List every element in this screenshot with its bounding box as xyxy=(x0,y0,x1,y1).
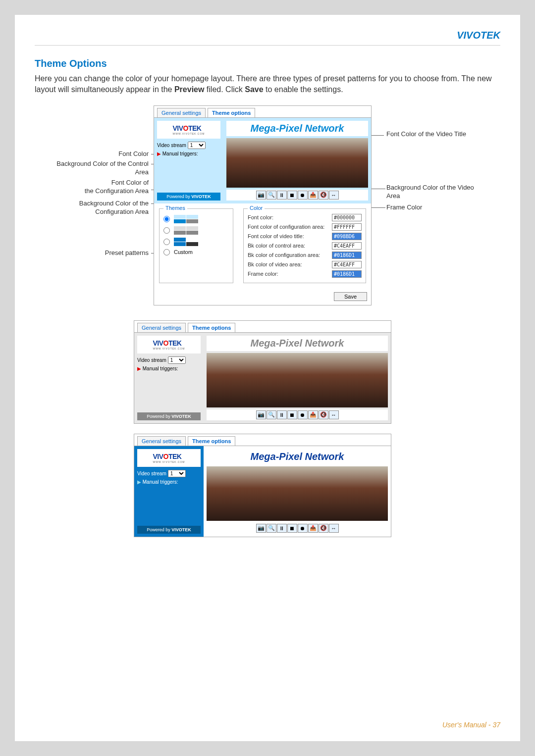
tb-mute-icon[interactable]: 🔇 xyxy=(319,524,328,533)
section-title: Theme Options xyxy=(35,58,500,69)
body-text-post: to enable the settings. xyxy=(264,85,343,94)
color-value[interactable]: #C4EAFF xyxy=(332,261,362,268)
color-label: Bk color of configuration area: xyxy=(248,252,320,258)
color-row-2: Font color of video title:#098BD6 xyxy=(248,233,362,240)
color-box-title: Color xyxy=(248,205,265,211)
manual-triggers[interactable]: ▶ Manual triggers: xyxy=(157,151,220,156)
tb-snapshot-icon[interactable]: 📷 xyxy=(256,410,266,419)
video-stream-select[interactable]: 1 xyxy=(168,470,186,477)
video-stream-control: Video stream 1 xyxy=(157,142,220,149)
video-stream-label: Video stream xyxy=(137,357,166,363)
theme-radio-custom[interactable] xyxy=(163,249,170,255)
tb-upload-icon[interactable]: 📤 xyxy=(308,410,318,419)
callout-bg-video: Background Color of the Video Area xyxy=(386,184,481,201)
color-value[interactable]: #098BD6 xyxy=(332,233,362,240)
logo-part2: O xyxy=(183,124,188,132)
preview-example-2: General settings Theme options VIVOTEK W… xyxy=(134,320,391,424)
manual-triggers-label: Manual triggers: xyxy=(162,151,198,156)
manual-triggers[interactable]: ▶ Manual triggers: xyxy=(137,366,201,371)
manual-triggers[interactable]: ▶ Manual triggers: xyxy=(137,479,201,485)
theme-option-2[interactable] xyxy=(163,226,229,235)
tb-mute-icon[interactable]: 🔇 xyxy=(319,410,328,419)
logo-part2: O xyxy=(163,339,168,347)
color-row-1: Font color of configuration area:#FFFFFF xyxy=(248,223,362,231)
tb-record-icon[interactable]: ⏺ xyxy=(298,524,308,533)
powered-brand: VIVOTEK xyxy=(191,194,211,199)
theme-radio-2[interactable] xyxy=(163,227,170,234)
preview-sidebar: VIVOTEK WWW.VIVOTEK.COM Video stream 1 ▶… xyxy=(154,118,223,203)
tab-theme-options[interactable]: Theme options xyxy=(188,323,235,332)
tb-record-icon[interactable]: ⏺ xyxy=(298,191,308,200)
tab-general-settings[interactable]: General settings xyxy=(157,108,206,117)
theme-radio-1[interactable] xyxy=(163,216,170,222)
logo: VIVOTEK WWW.VIVOTEK.COM xyxy=(137,449,201,467)
tb-stop-icon[interactable]: ⏹ xyxy=(287,191,297,200)
body-bold-preview: Preview xyxy=(174,85,204,94)
logo: VIVOTEK WWW.VIVOTEK.COM xyxy=(137,336,201,353)
video-stream-select[interactable]: 1 xyxy=(168,356,186,364)
color-value[interactable]: #C4EAFF xyxy=(332,242,362,250)
powered-by-bar: Powered by VIVOTEK xyxy=(137,412,201,420)
color-row-4: Bk color of configuration area:#0186D1 xyxy=(248,252,362,259)
logo-part1: VIV xyxy=(153,339,163,347)
powered-prefix: Powered by xyxy=(166,194,191,199)
save-button[interactable]: Save xyxy=(334,292,367,301)
themes-box-title: Themes xyxy=(163,205,187,211)
tab-general-settings[interactable]: General settings xyxy=(137,323,186,332)
color-label: Bk color of video area: xyxy=(248,261,302,267)
page-footer: User's Manual - 37 xyxy=(442,721,500,729)
tab-general-settings[interactable]: General settings xyxy=(137,436,186,446)
tb-upload-icon[interactable]: 📤 xyxy=(308,524,318,533)
tb-snapshot-icon[interactable]: 📷 xyxy=(256,191,266,200)
logo-part3: TEK xyxy=(168,339,182,347)
caret-icon: ▶ xyxy=(137,366,141,371)
powered-prefix: Powered by xyxy=(147,527,171,532)
tb-mute-icon[interactable]: 🔇 xyxy=(319,191,328,200)
tb-pause-icon[interactable]: ⏸ xyxy=(277,524,287,533)
theme-option-custom[interactable]: Custom xyxy=(163,249,229,255)
powered-prefix: Powered by xyxy=(147,414,171,419)
theme-option-3[interactable] xyxy=(163,238,229,246)
color-label: Frame color: xyxy=(248,271,278,277)
video-toolbar: 📷 🔍 ⏸ ⏹ ⏺ 📤 🔇 ↔ xyxy=(226,190,368,201)
tab-theme-options[interactable]: Theme options xyxy=(208,108,255,117)
color-value[interactable]: #0186D1 xyxy=(332,252,362,259)
logo-subtitle: WWW.VIVOTEK.COM xyxy=(153,347,185,350)
tb-record-icon[interactable]: ⏺ xyxy=(298,410,308,419)
callout-bg-control: Background Color of the Control Area xyxy=(54,160,149,177)
video-stream-label: Video stream xyxy=(157,143,186,148)
tb-fullscreen-icon[interactable]: ↔ xyxy=(329,191,339,200)
body-text-mid: filed. Click xyxy=(204,85,245,94)
video-area xyxy=(207,353,388,407)
color-value[interactable]: #0186D1 xyxy=(332,270,362,278)
tab-theme-options[interactable]: Theme options xyxy=(188,436,235,446)
color-box: Color Font color:#000000 Font color of c… xyxy=(243,208,366,283)
tb-stop-icon[interactable]: ⏹ xyxy=(287,524,297,533)
video-area xyxy=(226,138,368,188)
theme-radio-3[interactable] xyxy=(163,239,170,245)
logo-part3: TEK xyxy=(188,124,202,132)
video-stream-select[interactable]: 1 xyxy=(188,142,206,149)
tb-zoom-icon[interactable]: 🔍 xyxy=(267,410,276,419)
color-row-0: Font color:#000000 xyxy=(248,214,362,221)
tb-zoom-icon[interactable]: 🔍 xyxy=(267,191,276,200)
tb-pause-icon[interactable]: ⏸ xyxy=(277,410,287,419)
tb-fullscreen-icon[interactable]: ↔ xyxy=(329,410,339,419)
tb-snapshot-icon[interactable]: 📷 xyxy=(256,524,266,533)
tb-fullscreen-icon[interactable]: ↔ xyxy=(329,524,339,533)
callout-font-config: Font Color of the Configuration Area xyxy=(85,179,149,196)
tb-upload-icon[interactable]: 📤 xyxy=(308,191,318,200)
color-label: Font color of video title: xyxy=(248,233,304,239)
color-label: Bk color of control area: xyxy=(248,243,305,249)
tb-zoom-icon[interactable]: 🔍 xyxy=(267,524,276,533)
preview-example-3: General settings Theme options VIVOTEK W… xyxy=(134,434,391,537)
callout-font-color: Font Color xyxy=(118,150,149,158)
color-value[interactable]: #FFFFFF xyxy=(332,223,362,231)
color-row-3: Bk color of control area:#C4EAFF xyxy=(248,242,362,250)
video-toolbar: 📷 🔍 ⏸ ⏹ ⏺ 📤 🔇 ↔ xyxy=(207,523,388,534)
video-toolbar: 📷 🔍 ⏸ ⏹ ⏺ 📤 🔇 ↔ xyxy=(207,409,388,420)
theme-option-1[interactable] xyxy=(163,215,229,223)
tb-pause-icon[interactable]: ⏸ xyxy=(277,191,287,200)
tb-stop-icon[interactable]: ⏹ xyxy=(287,410,297,419)
color-value[interactable]: #000000 xyxy=(332,214,362,221)
